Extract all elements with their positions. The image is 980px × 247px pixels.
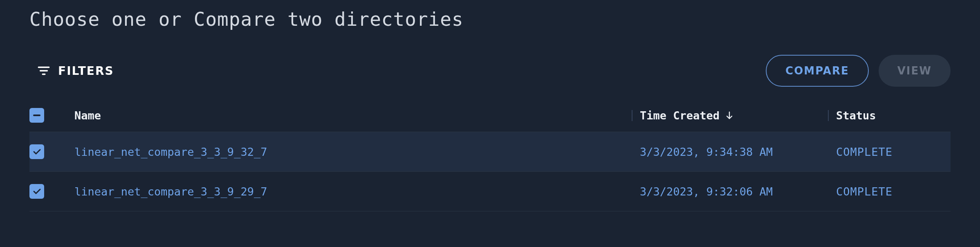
table-header-row: Name Time Created Status — [29, 99, 951, 132]
table-row[interactable]: linear_net_compare_3_3_9_32_7 3/3/2023, … — [29, 132, 951, 172]
row-name: linear_net_compare_3_3_9_32_7 — [74, 146, 632, 158]
row-name: linear_net_compare_3_3_9_29_7 — [74, 185, 632, 198]
sort-descending-icon — [724, 110, 734, 120]
row-status: COMPLETE — [836, 146, 951, 158]
row-checkbox-cell — [29, 144, 66, 159]
row-time-created: 3/3/2023, 9:32:06 AM — [640, 185, 828, 198]
indeterminate-icon — [33, 115, 40, 116]
table-row[interactable]: linear_net_compare_3_3_9_29_7 3/3/2023, … — [29, 172, 951, 211]
row-status: COMPLETE — [836, 185, 951, 198]
header-checkbox-cell — [29, 108, 66, 123]
column-divider — [632, 110, 632, 121]
check-icon — [32, 147, 42, 157]
column-header-name[interactable]: Name — [74, 109, 632, 122]
row-checkbox[interactable] — [29, 184, 44, 199]
column-header-time-created-label: Time Created — [640, 109, 720, 122]
row-time-created: 3/3/2023, 9:34:38 AM — [640, 146, 828, 158]
column-divider — [828, 110, 829, 121]
compare-button[interactable]: COMPARE — [766, 55, 869, 87]
row-checkbox[interactable] — [29, 144, 44, 159]
check-icon — [32, 186, 42, 196]
page-title: Choose one or Compare two directories — [0, 0, 980, 30]
select-all-checkbox[interactable] — [29, 108, 44, 123]
toolbar: FILTERS COMPARE VIEW — [0, 30, 980, 99]
filters-label: FILTERS — [58, 64, 114, 78]
filter-icon — [37, 64, 51, 78]
filters-button[interactable]: FILTERS — [37, 64, 114, 78]
view-button: VIEW — [879, 55, 951, 87]
row-checkbox-cell — [29, 184, 66, 199]
column-header-status-label: Status — [836, 109, 876, 122]
column-header-status[interactable]: Status — [836, 109, 951, 122]
action-buttons: COMPARE VIEW — [766, 55, 951, 87]
column-header-time-created[interactable]: Time Created — [640, 109, 828, 122]
column-header-name-label: Name — [74, 109, 101, 122]
directory-table: Name Time Created Status linear_net_comp… — [0, 99, 980, 211]
